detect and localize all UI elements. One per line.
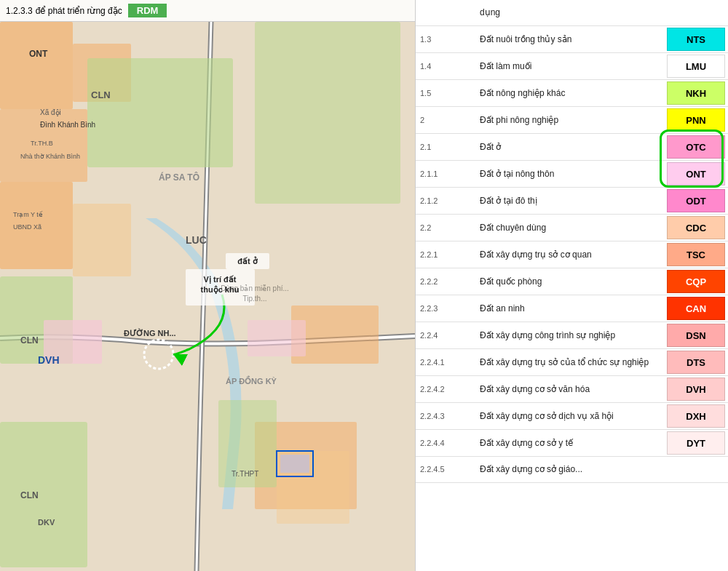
top-bar-label: để phát triển rừng đặc — [36, 6, 122, 16]
legend-row: 2.2Đất chuyên dùngCDC — [416, 215, 728, 241]
svg-text:DKV: DKV — [38, 518, 55, 527]
legend-row: 2.2.4.4Đất xây dựng cơ sở y tếDYT — [416, 430, 728, 457]
legend-row: 2.1Đất ởOTC — [416, 134, 728, 161]
legend-row: 2.1.2Đất ở tại đô thịODT — [416, 188, 728, 215]
top-bar: 1.2.3.3 để phát triển rừng đặc RDM — [0, 0, 415, 22]
svg-rect-17 — [280, 455, 309, 473]
legend-label: Đất xây dựng trụ sở của tổ chức sự nghiệ… — [474, 354, 664, 372]
legend-label: Đất nuôi trồng thủy sản — [474, 31, 664, 49]
svg-text:UBND Xã: UBND Xã — [13, 223, 41, 231]
legend-code: 2.2.4.1 — [416, 354, 474, 370]
legend-badge: DVH — [667, 378, 725, 401]
legend-row: 2.2.4.1Đất xây dựng trụ sở của tổ chức s… — [416, 349, 728, 376]
legend-badge: DYT — [667, 431, 725, 455]
legend-label: Đất xây dựng cơ sở dịch vụ xã hội — [474, 407, 664, 426]
svg-text:Nhà thờ Khánh Bình: Nhà thờ Khánh Bình — [20, 153, 80, 160]
legend-code: 2.2.4.3 — [416, 408, 474, 424]
svg-text:Tip.th...: Tip.th... — [243, 295, 267, 303]
legend-label: Đất quốc phòng — [474, 273, 664, 291]
legend-code: 2.2.3 — [416, 300, 474, 316]
top-bar-badge: RDM — [128, 4, 167, 17]
svg-text:LUC: LUC — [186, 234, 207, 246]
legend-row: 2.2.4.2Đất xây dựng cơ sở văn hóaDVH — [416, 376, 728, 403]
legend-label: Đất xây dựng cơ sở giáo... — [474, 460, 728, 479]
legend-code: 1.5 — [416, 85, 474, 101]
legend-label: Đất làm muối — [474, 57, 664, 76]
legend-label: Đất xây dựng cơ sở y tế — [474, 434, 664, 452]
legend-label: Đất nông nghiệp khác — [474, 84, 664, 103]
legend-code: 2.1 — [416, 139, 474, 155]
legend-row: 2.2.4Đất xây dựng công trình sự nghiệpDS… — [416, 322, 728, 349]
legend-panel: dụng1.3Đất nuôi trồng thủy sảnNTS1.4Đất … — [415, 0, 728, 571]
svg-text:CLN: CLN — [20, 490, 39, 500]
svg-text:Tr.TH.B: Tr.TH.B — [31, 140, 53, 147]
legend-rows: dụng1.3Đất nuôi trồng thủy sảnNTS1.4Đất … — [416, 0, 728, 483]
legend-label: Đất ở tại đô thị — [474, 192, 664, 210]
legend-row: 2.2.4.3Đất xây dựng cơ sở dịch vụ xã hội… — [416, 403, 728, 430]
legend-label: Đất ở — [474, 138, 664, 156]
svg-text:Trạm Y tế: Trạm Y tế — [13, 211, 43, 218]
svg-rect-11 — [0, 422, 87, 567]
legend-code: 2.1.2 — [416, 193, 474, 209]
legend-badge: ONT — [667, 162, 725, 185]
legend-label: Đất phi nông nghiệp — [474, 111, 664, 129]
legend-label: dụng — [474, 4, 728, 22]
top-bar-code: 1.2.3.3 — [6, 6, 33, 16]
svg-text:Tr.THPT: Tr.THPT — [232, 470, 258, 478]
legend-badge: OTC — [667, 135, 725, 159]
svg-rect-9 — [87, 58, 233, 167]
svg-text:Đình Khánh Bình: Đình Khánh Bình — [40, 121, 95, 129]
legend-badge: ODT — [667, 189, 725, 212]
legend-row: dụng — [416, 0, 728, 26]
legend-row: 1.3Đất nuôi trồng thủy sảnNTS — [416, 26, 728, 53]
svg-text:đất ở: đất ở — [237, 256, 258, 265]
legend-badge: CAN — [667, 297, 725, 320]
legend-row: 2Đất phi nông nghiệpPNN — [416, 107, 728, 134]
legend-badge: DTS — [667, 351, 725, 374]
legend-row: 2.2.2Đất quốc phòngCQP — [416, 268, 728, 295]
svg-text:DVH: DVH — [38, 354, 60, 366]
svg-text:Xã đội: Xã đội — [40, 108, 61, 116]
svg-text:ĐƯỜNG NH...: ĐƯỜNG NH... — [124, 328, 176, 338]
svg-rect-12 — [255, 22, 400, 204]
svg-text:CLN: CLN — [20, 335, 39, 346]
legend-badge: PNN — [667, 108, 725, 132]
legend-row: 2.2.4.5Đất xây dựng cơ sở giáo... — [416, 457, 728, 483]
legend-label: Đất an ninh — [474, 300, 664, 318]
legend-label: Đất chuyên dùng — [474, 219, 664, 237]
legend-code — [416, 10, 474, 16]
svg-text:Dùng bản miễn phí...: Dùng bản miễn phí... — [221, 284, 289, 292]
svg-text:CLN: CLN — [91, 89, 111, 100]
legend-row: 1.4Đất làm muốiLMU — [416, 53, 728, 80]
legend-badge: LMU — [667, 55, 725, 78]
svg-text:ÁP SA TÔ: ÁP SA TÔ — [159, 172, 199, 183]
legend-label: Đất xây dựng công trình sự nghiệp — [474, 327, 664, 345]
legend-label: Đất xây dựng trụ sở cơ quan — [474, 246, 664, 264]
svg-text:ÁP ĐỒNG KỲ: ÁP ĐỒNG KỲ — [226, 375, 277, 386]
legend-code: 2.1.1 — [416, 166, 474, 182]
legend-row: 2.2.3Đất an ninhCAN — [416, 295, 728, 322]
legend-badge: DXH — [667, 404, 725, 428]
legend-label: Đất xây dựng cơ sở văn hóa — [474, 380, 664, 399]
legend-code: 2.2.4.4 — [416, 435, 474, 451]
legend-code: 2.2.4.2 — [416, 381, 474, 397]
legend-badge: TSC — [667, 243, 725, 266]
svg-rect-1 — [0, 22, 73, 109]
legend-code: 2 — [416, 112, 474, 128]
map-container: 1.2.3.3 để phát triển rừng đặc RDM — [0, 0, 415, 571]
legend-label: Đất ở tại nông thôn — [474, 165, 664, 183]
legend-badge: CDC — [667, 216, 725, 239]
legend-row: 2.1.1Đất ở tại nông thônONT — [416, 161, 728, 188]
legend-badge: DSN — [667, 324, 725, 347]
legend-code: 2.2.2 — [416, 273, 474, 290]
legend-badge: NTS — [667, 28, 725, 51]
legend-row: 2.2.1Đất xây dựng trụ sở cơ quanTSC — [416, 241, 728, 268]
svg-text:ONT: ONT — [29, 49, 48, 59]
svg-rect-15 — [248, 320, 306, 356]
legend-code: 1.3 — [416, 31, 474, 47]
legend-code: 2.2.1 — [416, 247, 474, 263]
legend-row: 1.5Đất nông nghiệp khácNKH — [416, 80, 728, 107]
map-svg[interactable]: Vị trí đất thuộc khu đất ở Dùng bản miễn… — [0, 0, 415, 571]
legend-badge: NKH — [667, 81, 725, 105]
legend-code: 2.2.4 — [416, 327, 474, 343]
